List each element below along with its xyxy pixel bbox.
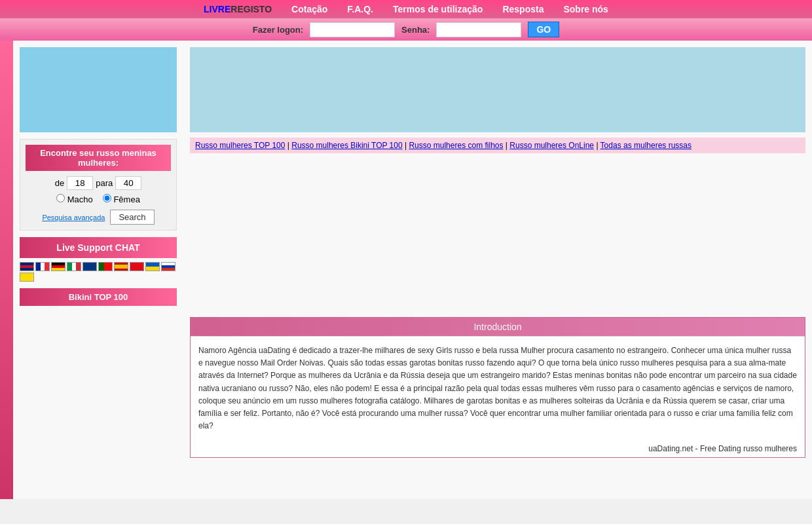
age-from-input[interactable] (67, 176, 93, 190)
flag-ua[interactable] (145, 262, 160, 271)
de-label: de (55, 178, 64, 188)
banner-top-left (20, 47, 177, 132)
left-edge-decoration (0, 41, 13, 499)
fazer-logon-label: Fazer logon: (253, 25, 303, 35)
flag-en[interactable] (20, 262, 34, 271)
link-com-filhos[interactable]: Russo mulheres com filhos (409, 141, 503, 150)
flags-row (20, 262, 177, 282)
intro-title: Introduction (191, 318, 805, 336)
link-bikini-top100[interactable]: Russo mulheres Bikini TOP 100 (291, 141, 402, 150)
bikini-top100-button[interactable]: Bikini TOP 100 (20, 288, 177, 306)
para-label: para (96, 178, 113, 188)
ad-banner (190, 47, 805, 132)
top-links-bar: Russo mulheres TOP 100 | Russo mulheres … (190, 138, 805, 153)
flag-it[interactable] (67, 262, 81, 271)
login-bar: Fazer logon: Senha: GO (0, 18, 812, 41)
right-content: Russo mulheres TOP 100 | Russo mulheres … (183, 41, 812, 499)
flag-pt[interactable] (98, 262, 113, 271)
site-title-part2: REGISTO (231, 4, 272, 14)
age-row: de para (26, 176, 171, 190)
gender-female-radio[interactable] (103, 194, 111, 202)
flag-other[interactable] (20, 272, 34, 282)
nav-termos[interactable]: Termos de utilização (393, 4, 483, 14)
intro-section: Introduction Namoro Agência uaDating é d… (190, 317, 805, 458)
gender-male-radio[interactable] (56, 194, 65, 202)
flag-de[interactable] (51, 262, 65, 271)
advanced-search-link[interactable]: Pesquisa avançada (42, 214, 105, 221)
flag-es[interactable] (114, 262, 128, 271)
search-button[interactable]: Search (110, 210, 154, 225)
nav-resposta[interactable]: Resposta (502, 4, 544, 14)
senha-label: Senha: (401, 25, 430, 35)
search-widget-title: Encontre seu russo meninas mulheres: (26, 145, 171, 171)
link-todas[interactable]: Todas as mulheres russas (600, 141, 692, 150)
left-sidebar: Encontre seu russo meninas mulheres: de … (13, 41, 183, 499)
site-title-part1: LIVRE (204, 4, 231, 14)
gender-male-label[interactable]: Macho (56, 194, 93, 204)
intro-text: Namoro Agência uaDating é dedicado a tra… (191, 336, 805, 440)
flag-fr[interactable] (35, 262, 50, 271)
flag-ru[interactable] (161, 262, 175, 271)
go-button[interactable]: GO (528, 22, 559, 37)
password-input[interactable] (436, 22, 521, 37)
link-russo-top100[interactable]: Russo mulheres TOP 100 (195, 141, 285, 150)
nav-sobre[interactable]: Sobre nós (563, 4, 608, 14)
gender-row: Macho Fêmea (26, 194, 171, 204)
flag-fi[interactable] (83, 262, 97, 271)
link-online[interactable]: Russo mulheres OnLine (509, 141, 594, 150)
nav-cotacao[interactable]: Cotação (291, 4, 327, 14)
site-title: LIVREREGISTO (204, 4, 272, 14)
intro-footer: uaDating.net - Free Dating russo mulhere… (191, 440, 805, 457)
gender-female-label[interactable]: Fêmea (103, 194, 140, 204)
username-input[interactable] (310, 22, 395, 37)
flag-tr[interactable] (130, 262, 144, 271)
live-support-button[interactable]: Live Support CHAT (20, 237, 177, 258)
nav-faq[interactable]: F.A.Q. (347, 4, 373, 14)
top-nav-bar: LIVREREGISTO Cotação F.A.Q. Termos de ut… (0, 0, 812, 18)
search-bottom: Pesquisa avançada Search (26, 210, 171, 225)
search-widget: Encontre seu russo meninas mulheres: de … (20, 139, 177, 231)
age-to-input[interactable] (115, 176, 141, 190)
